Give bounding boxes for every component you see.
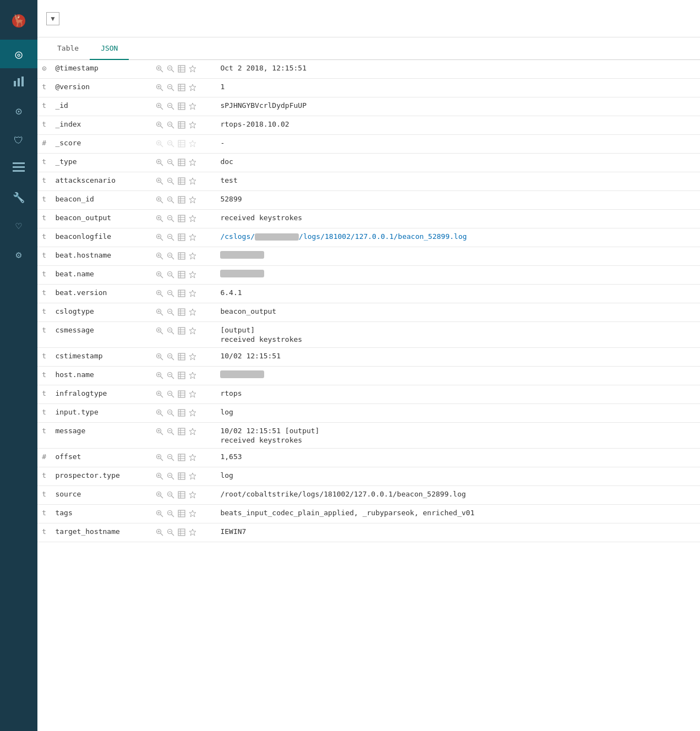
filter-for-icon[interactable] xyxy=(154,352,165,362)
toggle-column-icon[interactable] xyxy=(176,120,187,130)
filter-for-icon[interactable] xyxy=(154,307,165,317)
filter-for-icon[interactable] xyxy=(154,83,165,92)
filter-out-icon[interactable] xyxy=(165,471,176,481)
sidebar-item-shield[interactable]: 🛡 xyxy=(0,126,37,154)
filter-for-icon[interactable] xyxy=(154,101,165,111)
filter-for-icon[interactable] xyxy=(154,326,165,336)
filter-out-icon[interactable] xyxy=(165,157,176,167)
filter-for-icon[interactable] xyxy=(154,509,165,519)
star-icon[interactable] xyxy=(187,452,198,462)
star-icon[interactable] xyxy=(187,101,198,111)
filter-out-icon[interactable] xyxy=(165,527,176,537)
filter-for-icon[interactable] xyxy=(154,270,165,280)
toggle-column-icon[interactable] xyxy=(176,232,187,242)
filter-for-icon[interactable] xyxy=(154,408,165,418)
filter-for-icon[interactable] xyxy=(154,232,165,242)
star-icon[interactable] xyxy=(187,120,198,130)
star-icon[interactable] xyxy=(187,509,198,519)
star-icon[interactable] xyxy=(187,370,198,380)
toggle-column-icon[interactable] xyxy=(176,176,187,186)
filter-out-icon[interactable] xyxy=(165,326,176,336)
filter-out-icon[interactable] xyxy=(165,288,176,298)
filter-for-icon[interactable] xyxy=(154,427,165,437)
star-icon[interactable] xyxy=(187,352,198,362)
filter-out-icon[interactable] xyxy=(165,408,176,418)
star-icon[interactable] xyxy=(187,490,198,500)
filter-out-icon[interactable] xyxy=(165,83,176,92)
toggle-column-icon[interactable] xyxy=(176,427,187,437)
filter-for-icon[interactable] xyxy=(154,176,165,186)
filter-out-icon[interactable] xyxy=(165,270,176,280)
filter-for-icon[interactable] xyxy=(154,120,165,130)
toggle-column-icon[interactable] xyxy=(176,370,187,380)
star-icon[interactable] xyxy=(187,408,198,418)
filter-out-icon[interactable] xyxy=(165,389,176,399)
star-icon[interactable] xyxy=(187,157,198,167)
filter-for-icon[interactable] xyxy=(154,452,165,462)
sidebar-item-visualize[interactable] xyxy=(0,68,37,97)
sidebar-item-management[interactable] xyxy=(0,154,37,183)
sidebar-item-monitoring[interactable]: ♡ xyxy=(0,211,37,240)
filter-for-icon[interactable] xyxy=(154,214,165,223)
filter-for-icon[interactable] xyxy=(154,389,165,399)
star-icon[interactable] xyxy=(187,307,198,317)
star-icon[interactable] xyxy=(187,64,198,74)
toggle-column-icon[interactable] xyxy=(176,452,187,462)
sidebar-item-settings[interactable]: ⚙ xyxy=(0,240,37,269)
tab-json[interactable]: JSON xyxy=(90,37,129,60)
star-icon[interactable] xyxy=(187,232,198,242)
toggle-column-icon[interactable] xyxy=(176,527,187,537)
filter-out-icon[interactable] xyxy=(165,352,176,362)
toggle-column-icon[interactable] xyxy=(176,408,187,418)
filter-for-icon[interactable] xyxy=(154,471,165,481)
toggle-column-icon[interactable] xyxy=(176,509,187,519)
star-icon[interactable] xyxy=(187,288,198,298)
toggle-column-icon[interactable] xyxy=(176,471,187,481)
filter-for-icon[interactable] xyxy=(154,195,165,205)
filter-out-icon[interactable] xyxy=(165,214,176,223)
toggle-column-icon[interactable] xyxy=(176,214,187,223)
toggle-button[interactable]: ▼ xyxy=(46,12,59,25)
filter-for-icon[interactable] xyxy=(154,157,165,167)
star-icon[interactable] xyxy=(187,176,198,186)
toggle-column-icon[interactable] xyxy=(176,490,187,500)
filter-out-icon[interactable] xyxy=(165,307,176,317)
sidebar-item-discover[interactable]: ◎ xyxy=(0,40,37,68)
filter-out-icon[interactable] xyxy=(165,120,176,130)
filter-out-icon[interactable] xyxy=(165,251,176,261)
tab-table[interactable]: Table xyxy=(46,37,90,60)
star-icon[interactable] xyxy=(187,527,198,537)
star-icon[interactable] xyxy=(187,83,198,92)
toggle-column-icon[interactable] xyxy=(176,101,187,111)
filter-out-icon[interactable] xyxy=(165,490,176,500)
filter-for-icon[interactable] xyxy=(154,370,165,380)
sidebar-item-devtools[interactable]: 🔧 xyxy=(0,183,37,211)
star-icon[interactable] xyxy=(187,270,198,280)
toggle-column-icon[interactable] xyxy=(176,64,187,74)
star-icon[interactable] xyxy=(187,326,198,336)
star-icon[interactable] xyxy=(187,139,198,149)
filter-out-icon[interactable] xyxy=(165,195,176,205)
star-icon[interactable] xyxy=(187,471,198,481)
toggle-column-icon[interactable] xyxy=(176,139,187,149)
filter-for-icon[interactable] xyxy=(154,288,165,298)
toggle-column-icon[interactable] xyxy=(176,288,187,298)
toggle-column-icon[interactable] xyxy=(176,389,187,399)
toggle-column-icon[interactable] xyxy=(176,83,187,92)
filter-for-icon[interactable] xyxy=(154,490,165,500)
filter-out-icon[interactable] xyxy=(165,370,176,380)
toggle-column-icon[interactable] xyxy=(176,195,187,205)
filter-for-icon[interactable] xyxy=(154,527,165,537)
filter-out-icon[interactable] xyxy=(165,232,176,242)
star-icon[interactable] xyxy=(187,195,198,205)
star-icon[interactable] xyxy=(187,214,198,223)
filter-out-icon[interactable] xyxy=(165,101,176,111)
toggle-column-icon[interactable] xyxy=(176,157,187,167)
filter-out-icon[interactable] xyxy=(165,64,176,74)
toggle-column-icon[interactable] xyxy=(176,307,187,317)
filter-out-icon[interactable] xyxy=(165,452,176,462)
star-icon[interactable] xyxy=(187,389,198,399)
sidebar-item-dashboard[interactable]: ⊙ xyxy=(0,97,37,126)
filter-out-icon[interactable] xyxy=(165,176,176,186)
star-icon[interactable] xyxy=(187,427,198,437)
